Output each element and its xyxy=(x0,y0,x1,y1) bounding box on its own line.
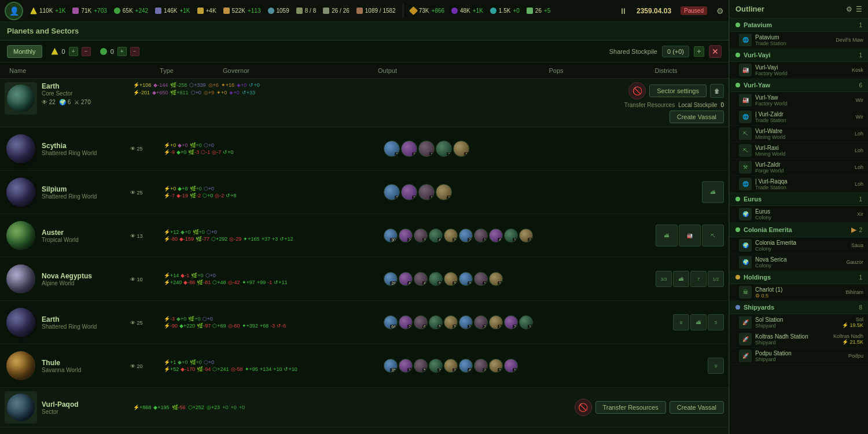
sector-vurl-paqod-row[interactable]: Vurl-Paqod Sector ⚡+868 ◆+195 🌿-56 ⬡+252… xyxy=(0,388,729,428)
planet-thule-row[interactable]: Thule Savanna World 👁 20 ⚡+1 ◆+0 🌿+0 ⬡+0… xyxy=(0,344,729,388)
district-img: 🏙 xyxy=(673,271,689,287)
col-name[interactable]: Name xyxy=(5,67,132,74)
create-vassal-btn[interactable]: Create Vassal xyxy=(670,111,724,123)
earth-shattered-name: Earth xyxy=(42,315,126,323)
vurl-blocked-icon[interactable]: 🚫 xyxy=(575,399,592,416)
food-filter-plus[interactable]: + xyxy=(117,47,127,56)
settings-icon[interactable]: ⚙ xyxy=(716,6,724,16)
panel-title: Planets and Sectors xyxy=(7,27,79,35)
pause-icon[interactable]: ⏸ xyxy=(619,6,627,16)
col-districts[interactable]: Districts xyxy=(608,67,724,74)
minerals-resource: 71K +703 xyxy=(72,8,106,14)
silpium-outputs: ⚡+0 ◆+8 🌿+0 ⬡+0 ⚡-7 ◆-19 🌿-2 ⬡+0 ◎-2 ↺+8 xyxy=(164,186,379,198)
vurl-transfer-btn[interactable]: Transfer Resources xyxy=(595,401,666,414)
planet-scythia-row[interactable]: Scythia Shattered Ring World 👁 25 ⚡+0 ◆+… xyxy=(0,127,729,171)
silpium-type: Shattered Ring World xyxy=(42,193,126,200)
outliner-item-nova-serica[interactable]: 🌍 Nova Serica Colony Gauzor xyxy=(730,254,868,271)
sector-settings-btn[interactable]: Sector settings xyxy=(649,84,707,97)
auster-pops: 30 2 3 4 3 2 1 4 1 1 xyxy=(384,229,615,242)
outliner-item-vurl-raqqa[interactable]: 🌐 | Vurl-Raqqa Trade Station Loh xyxy=(730,176,868,193)
outliner-section-patavium[interactable]: Patavium 1 xyxy=(730,19,868,32)
pop-portrait: 35 xyxy=(384,359,398,373)
vurl-yaw-icon: 🏭 xyxy=(739,94,752,106)
outliner-item-charlot[interactable]: 🏛 Charlot (1) ⚙ 0.5 Bihiram xyxy=(730,284,868,301)
sector-trash-icon[interactable]: 🗑 xyxy=(710,84,724,98)
stockpile-plus-btn[interactable]: + xyxy=(694,46,704,57)
planet-nova-aegyptus-row[interactable]: Nova Aegyptus Alpine World 👁 10 ⚡+14 ◆-1… xyxy=(0,258,729,301)
thule-eye: 👁 20 xyxy=(130,362,159,369)
vurl-yaw-dot xyxy=(735,83,740,87)
outliner-item-patavium[interactable]: 🌐 Patavium Trade Station Devil's Maw xyxy=(730,32,868,49)
scythia-outputs: ⚡+0 ◆+0 🌿+0 ⬡+0 ⚡-9 ◆+0 🌿-3 ⬡-1 ◎-7 ↺+0 xyxy=(164,142,379,155)
planet-auster-row[interactable]: Auster Tropical World 👁 13 ⚡+12 ◆+0 🌿+0 … xyxy=(0,214,729,258)
pop-portrait: 2 xyxy=(384,141,400,157)
energy-filter-val: 0 xyxy=(62,48,65,55)
food-filter-minus[interactable]: − xyxy=(130,47,139,56)
vurl-paqod-outputs: ⚡+868 ◆+195 🌿-56 ⬡+252 ◎+23 +0 +0 +0 xyxy=(133,404,570,410)
holdings-section-label: Holdings xyxy=(744,274,771,281)
thule-info: Thule Savanna World xyxy=(42,359,126,373)
amenities-resource: 1.5K +0 xyxy=(490,8,520,14)
outliner-item-vurl-yaw[interactable]: 🏭 Vurl-Yaw Factory World Wir xyxy=(730,92,868,109)
eurus-icon: 🌍 xyxy=(739,208,752,220)
thule-icon xyxy=(5,350,37,382)
energy-filter-plus[interactable]: + xyxy=(69,47,78,56)
outliner-item-podpu-station[interactable]: 🚀 Podpu Station Shipyard Podpu xyxy=(730,348,868,365)
thule-pops: 35 1 5 7 2 4 2 1 1 xyxy=(384,359,615,373)
outliner-item-vurl-vayi[interactable]: 🏭 Vurl-Vayi Factory World Kosk xyxy=(730,62,868,79)
pop-portrait: 28 xyxy=(384,272,398,286)
outliner-item-vurl-zaldr-forge[interactable]: ⚒ Vurl-Zaldr Forge World Loh xyxy=(730,159,868,176)
alloys-resource: 146K +1K xyxy=(155,8,190,14)
outliner-section-eurus[interactable]: Eurus 1 xyxy=(730,193,868,206)
paused-badge: Paused xyxy=(681,6,707,15)
fleet-power-resource: 1089 / 1582 xyxy=(356,8,396,14)
pop-portrait: 2 xyxy=(444,359,458,373)
player-avatar[interactable]: 👤 xyxy=(5,2,23,20)
collapse-arrow-icon[interactable]: ▶ xyxy=(851,226,856,234)
podpu-station-icon: 🚀 xyxy=(739,350,752,362)
vurl-vayi-location: Kosk xyxy=(852,67,863,73)
outliner-item-vurl-zaldr-trade[interactable]: 🌐 | Vurl-Zaldr Trade Station Wir xyxy=(730,109,868,126)
planet-earth-shattered-row[interactable]: Earth Shattered Ring World 👁 25 ⚡-3 ◆+0 … xyxy=(0,301,729,344)
monthly-filter-btn[interactable]: Monthly xyxy=(7,45,42,58)
energy-filter-minus[interactable]: − xyxy=(82,47,91,56)
vurl-paqod-subname: Sector xyxy=(42,409,128,415)
district-img: 7 xyxy=(690,271,707,287)
top-right-controls: ⏸ 2359.04.03 Paused ⚙ xyxy=(619,6,724,16)
outliner-section-shipyards[interactable]: Shipyards 8 xyxy=(730,301,868,314)
col-type[interactable]: Type xyxy=(132,67,201,74)
auster-outputs: ⚡+12 ◆+0 🌿+0 ⬡+0 ⚡-80 ◆-159 🌿-77 ⬡+292 ◎… xyxy=(164,229,379,242)
influence-resource: 48K +1K xyxy=(451,8,483,14)
pop-portrait: 4 xyxy=(414,272,428,286)
top-resource-bar: 👤 110K +1K 71K +703 65K +242 146K +1K +4… xyxy=(0,0,729,22)
colonia-emerita-icon: 🌍 xyxy=(739,239,752,252)
outliner-item-colonia-emerita[interactable]: 🌍 Colonia Emerita Colony Saua xyxy=(730,237,868,254)
pop-portrait: 2 xyxy=(474,315,488,329)
pop-portrait: 1 xyxy=(504,229,518,242)
outliner-section-vurl-vayi[interactable]: Vurl-Vayi 1 xyxy=(730,49,868,62)
pop-portrait: 3 xyxy=(444,315,458,329)
outliner-item-koltras-nadh[interactable]: 🚀 Koltras Nadh Station Shipyard Koltras … xyxy=(730,331,868,348)
sector-blocked-icon[interactable]: 🚫 xyxy=(628,82,646,100)
sector-earth-core-row[interactable]: Earth Core Sector 👁 22 🌍 6 ⚔ 270 ⚡+106 ◆… xyxy=(0,79,729,127)
food-filter-val: 0 xyxy=(111,48,114,55)
outliner-item-eurus[interactable]: 🌍 Eurus Colony Xir xyxy=(730,206,868,223)
outliner-section-colonia-emerita[interactable]: Colonia Emerita ▶ 2 xyxy=(730,223,868,237)
col-output[interactable]: Output xyxy=(271,67,504,74)
silpium-eye: 👁 25 xyxy=(130,189,159,196)
outliner-item-vurl-raxi[interactable]: ⛏ Vurl-Raxi Mining World Loh xyxy=(730,142,868,159)
planet-silpium-row[interactable]: Silpium Shattered Ring World 👁 25 ⚡+0 ◆+… xyxy=(0,171,729,214)
outliner-section-holdings[interactable]: Holdings 1 xyxy=(730,271,868,284)
col-pops[interactable]: Pops xyxy=(504,67,608,74)
outliner-settings-icon[interactable]: ⚙ xyxy=(846,5,852,13)
outliner-item-sol-station[interactable]: 🚀 Sol Station Shipyard Sol ⚡ 19.5K xyxy=(730,314,868,331)
sector-controls-top: 🚫 Sector settings 🗑 xyxy=(628,82,724,100)
close-panel-btn[interactable]: ✕ xyxy=(709,45,722,58)
pop-portrait: 1 xyxy=(453,141,469,157)
outliner-item-vurl-watre[interactable]: ⛏ Vurl-Watre Mining World Loh xyxy=(730,126,868,142)
vurl-vassal-btn[interactable]: Create Vassal xyxy=(670,401,724,414)
outliner-section-vurl-yaw[interactable]: Vurl-Yaw 6 xyxy=(730,79,868,92)
outliner-filter-icon[interactable]: ☰ xyxy=(856,5,862,13)
district-img: 🏙 xyxy=(690,314,707,330)
col-governor[interactable]: Governor xyxy=(201,67,271,74)
